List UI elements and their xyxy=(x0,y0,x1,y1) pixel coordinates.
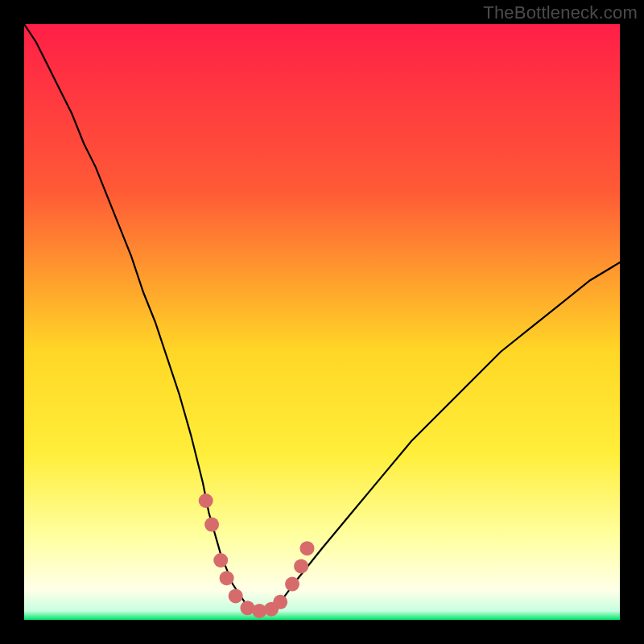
highlight-marker xyxy=(213,553,228,568)
bottleneck-chart xyxy=(24,24,620,620)
highlight-marker xyxy=(199,493,213,508)
highlight-marker xyxy=(300,541,315,555)
highlight-marker xyxy=(220,571,234,585)
highlight-marker xyxy=(273,595,287,609)
highlight-marker xyxy=(285,577,299,592)
gradient-background xyxy=(24,24,620,620)
highlight-marker xyxy=(229,588,243,603)
watermark-text: TheBottleneck.com xyxy=(483,2,638,23)
highlight-marker xyxy=(204,518,219,532)
plot-area xyxy=(24,24,620,620)
chart-frame: TheBottleneck.com xyxy=(0,0,644,644)
highlight-marker xyxy=(294,559,308,573)
